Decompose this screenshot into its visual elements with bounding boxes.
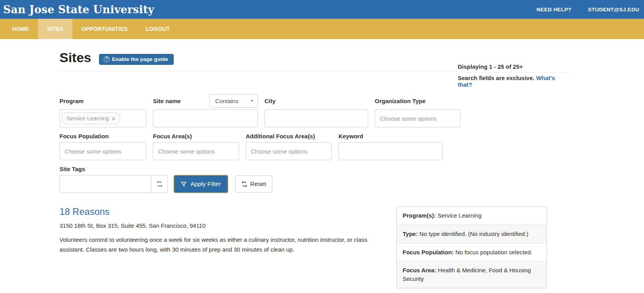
site-detail-card: Program(s): Service Learning Type: No ty… xyxy=(396,206,547,288)
detail-value: Service Learning xyxy=(437,212,482,219)
detail-label: Focus Population: xyxy=(403,249,454,255)
site-address: 3150 18th St, Box 315, Suite 455, San Fr… xyxy=(59,222,384,229)
site-tags-input[interactable] xyxy=(59,175,151,193)
focus-areas-label: Focus Area(s) xyxy=(153,133,239,139)
focus-population-multiselect[interactable]: Choose some options xyxy=(59,142,146,160)
nav-item-opportunities[interactable]: OPPORTUNITIES xyxy=(72,19,137,39)
detail-row-programs: Program(s): Service Learning xyxy=(397,207,547,225)
detail-label: Type: xyxy=(403,230,418,237)
site-name-match-value: Contains xyxy=(215,98,238,104)
focus-areas-multiselect[interactable]: Choose some options xyxy=(153,142,239,160)
nav-item-sites[interactable]: SITES xyxy=(38,19,72,39)
top-links: NEED HELP? STUDENT@SJ.EDU xyxy=(536,7,639,13)
page-content: Sites ? Enable the page guide Displaying… xyxy=(59,39,569,288)
top-header-bar: San Jose State University NEED HELP? STU… xyxy=(0,0,644,19)
site-description: Volunteers commit to volunteering once a… xyxy=(59,235,384,255)
apply-filter-button[interactable]: Apply Filter xyxy=(174,175,228,193)
caret-down-icon xyxy=(250,100,254,102)
site-filter-form: Program Service Learning × Site name Con… xyxy=(59,94,569,193)
page-head-left: Sites ? Enable the page guide xyxy=(59,50,458,88)
search-exclusive-note: Search fields are exclusive. What's that… xyxy=(458,75,569,88)
reset-refresh-icon xyxy=(241,181,247,187)
city-input[interactable] xyxy=(264,109,368,127)
site-tags-label: Site Tags xyxy=(59,166,569,172)
university-brand[interactable]: San Jose State University xyxy=(3,4,154,16)
additional-focus-areas-label: Additional Focus Area(s) xyxy=(246,133,332,139)
organization-type-multiselect[interactable]: Choose some options xyxy=(375,109,461,127)
keyword-input[interactable] xyxy=(338,142,443,160)
organization-type-label: Organization Type xyxy=(375,98,426,104)
results-list: 18 Reasons 3150 18th St, Box 315, Suite … xyxy=(59,206,569,288)
results-count-divider xyxy=(458,72,569,73)
exclusive-note-text: Search fields are exclusive. xyxy=(458,75,534,81)
refresh-icon xyxy=(157,181,163,187)
city-label: City xyxy=(264,98,275,104)
detail-value: No focus population selected. xyxy=(455,249,532,255)
program-multiselect[interactable]: Service Learning × xyxy=(59,109,146,127)
detail-row-focus-area: Focus Area: Health & Medicine, Food & Ho… xyxy=(397,261,547,288)
site-tags-group xyxy=(59,175,168,193)
apply-filter-label: Apply Filter xyxy=(191,180,221,188)
detail-label: Focus Area: xyxy=(403,267,436,273)
detail-label: Program(s): xyxy=(403,212,436,219)
guide-button-label: Enable the page guide xyxy=(112,56,168,62)
nav-item-home[interactable]: HOME xyxy=(3,19,38,39)
nav-item-logout[interactable]: LOGOUT xyxy=(137,19,179,39)
page-head: Sites ? Enable the page guide Displaying… xyxy=(59,50,569,88)
need-help-link[interactable]: NEED HELP? xyxy=(536,7,572,13)
detail-row-type: Type: No type identified. (No industry i… xyxy=(397,225,547,243)
additional-focus-areas-multiselect[interactable]: Choose some options xyxy=(246,142,332,160)
filter-funnel-icon xyxy=(181,181,187,187)
results-count-text: Displaying 1 - 25 of 25+ xyxy=(458,63,569,70)
site-name-label: Site name xyxy=(153,98,181,104)
site-name-link[interactable]: 18 Reasons xyxy=(59,206,384,217)
site-tags-refresh-button[interactable] xyxy=(151,175,168,193)
page-title: Sites xyxy=(59,50,91,65)
site-name-match-select[interactable]: Contains xyxy=(209,94,258,107)
enable-page-guide-button[interactable]: ? Enable the page guide xyxy=(99,54,173,65)
reset-label: Reset xyxy=(250,180,266,188)
focus-population-label: Focus Population xyxy=(59,133,146,139)
program-tag: Service Learning × xyxy=(62,113,120,124)
account-email-link[interactable]: STUDENT@SJ.EDU xyxy=(588,7,639,13)
program-label: Program xyxy=(59,98,84,104)
detail-row-focus-population: Focus Population: No focus population se… xyxy=(397,243,547,261)
question-circle-icon: ? xyxy=(104,56,110,62)
keyword-label: Keyword xyxy=(338,133,443,139)
program-tag-label: Service Learning xyxy=(67,115,109,121)
reset-button[interactable]: Reset xyxy=(235,175,273,193)
remove-tag-icon[interactable]: × xyxy=(112,116,115,121)
result-item: 18 Reasons 3150 18th St, Box 315, Suite … xyxy=(59,206,396,288)
main-navbar: HOME SITES OPPORTUNITIES LOGOUT xyxy=(0,19,644,39)
title-divider xyxy=(59,71,458,71)
detail-value: No type identified. (No industry identif… xyxy=(419,230,528,237)
page-head-right: Displaying 1 - 25 of 25+ Search fields a… xyxy=(458,50,569,88)
site-name-input[interactable] xyxy=(153,109,258,127)
